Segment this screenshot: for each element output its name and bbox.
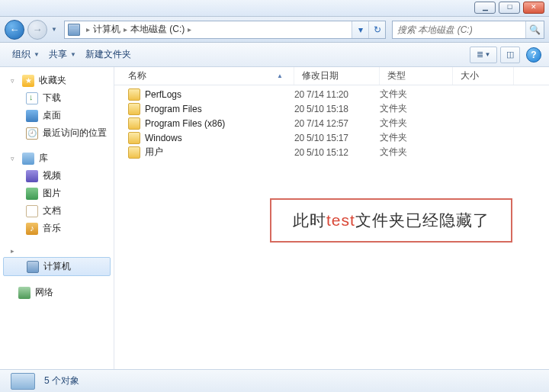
file-type: 文件夹 bbox=[380, 88, 453, 101]
breadcrumb-sep-icon: ▸ bbox=[86, 25, 90, 34]
share-menu[interactable]: 共享 ▼ bbox=[44, 45, 81, 64]
search-box[interactable]: 🔍 bbox=[392, 21, 544, 39]
column-label: 名称 bbox=[128, 69, 146, 82]
help-button[interactable]: ? bbox=[526, 47, 541, 63]
close-button[interactable] bbox=[523, 2, 544, 14]
search-input[interactable] bbox=[393, 24, 525, 35]
file-date: 20 5/10 15:17 bbox=[294, 133, 380, 143]
command-bar: 组织 ▼ 共享 ▼ 新建文件夹 ≣ ▼ ◫ ? bbox=[0, 43, 549, 67]
minimize-button[interactable] bbox=[474, 2, 496, 14]
collapse-icon: ▿ bbox=[11, 77, 18, 85]
file-row[interactable]: Windows20 5/10 15:17文件夹 bbox=[114, 130, 549, 145]
navigation-pane: ▿ 收藏夹 下载 桌面 最近访问的位置 ▿ 库 bbox=[0, 67, 114, 369]
breadcrumb-sep-icon: ▸ bbox=[188, 25, 191, 34]
column-header-date[interactable]: 修改日期 bbox=[294, 67, 380, 85]
status-bar: 5 个对象 bbox=[0, 369, 549, 392]
sidebar-favorites[interactable]: ▿ 收藏夹 bbox=[0, 72, 114, 89]
file-row[interactable]: PerfLogs20 7/14 11:20文件夹 bbox=[114, 87, 549, 101]
file-type: 文件夹 bbox=[380, 131, 453, 144]
file-type: 文件夹 bbox=[380, 146, 453, 159]
sidebar-item-pictures[interactable]: 图片 bbox=[0, 185, 114, 202]
history-dropdown-icon[interactable]: ▼ bbox=[50, 21, 58, 39]
chevron-down-icon: ▼ bbox=[70, 51, 76, 58]
collapse-icon: ▿ bbox=[11, 155, 18, 162]
sidebar-libraries[interactable]: ▿ 库 bbox=[0, 149, 114, 167]
title-bar bbox=[0, 0, 549, 17]
pictures-icon bbox=[26, 188, 38, 200]
status-text: 5 个对象 bbox=[44, 374, 79, 387]
column-headers: 名称 ▲ 修改日期 类型 大小 bbox=[114, 67, 549, 85]
file-name: Windows bbox=[145, 133, 182, 143]
column-header-name[interactable]: 名称 ▲ bbox=[114, 67, 294, 85]
file-date: 20 7/14 11:20 bbox=[294, 89, 380, 100]
column-label: 大小 bbox=[461, 69, 479, 82]
sidebar-item-downloads[interactable]: 下载 bbox=[0, 89, 114, 107]
sidebar-item-label: 收藏夹 bbox=[39, 74, 66, 87]
sidebar-item-label: 网络 bbox=[35, 286, 53, 299]
favorites-icon bbox=[22, 75, 34, 87]
sidebar-item-recent[interactable]: 最近访问的位置 bbox=[0, 124, 114, 142]
music-icon bbox=[26, 223, 38, 235]
sidebar-item-label: 视频 bbox=[43, 169, 61, 182]
sort-asc-icon: ▲ bbox=[277, 72, 283, 79]
annotation-pre: 此时 bbox=[293, 211, 326, 229]
breadcrumb-drive[interactable]: 本地磁盘 (C:) bbox=[130, 23, 185, 36]
annotation-text: 此时test文件夹已经隐藏了 bbox=[293, 210, 490, 231]
sidebar-item-documents[interactable]: 文档 bbox=[0, 202, 114, 220]
video-icon bbox=[26, 170, 38, 182]
folder-icon bbox=[128, 146, 140, 159]
network-icon bbox=[18, 287, 30, 299]
sidebar-computer-head[interactable]: ▸ bbox=[0, 245, 114, 257]
file-name: Program Files (x86) bbox=[145, 118, 225, 129]
address-bar[interactable]: ▸ 计算机 ▸ 本地磁盘 (C:) ▸ ▾ ↻ bbox=[64, 21, 386, 39]
maximize-button[interactable] bbox=[499, 2, 520, 14]
drive-icon bbox=[68, 24, 80, 36]
file-row[interactable]: Program Files20 5/10 15:18文件夹 bbox=[114, 101, 549, 116]
file-name: Program Files bbox=[145, 104, 202, 114]
status-drive-icon bbox=[11, 373, 35, 390]
expand-icon: ▸ bbox=[11, 247, 18, 255]
sidebar-item-network[interactable]: 网络 bbox=[0, 284, 114, 301]
organize-menu[interactable]: 组织 ▼ bbox=[8, 45, 44, 64]
column-label: 修改日期 bbox=[302, 69, 339, 82]
libraries-icon bbox=[22, 153, 34, 165]
preview-pane-button[interactable]: ◫ bbox=[500, 47, 520, 63]
column-label: 类型 bbox=[387, 69, 406, 82]
search-icon[interactable]: 🔍 bbox=[525, 21, 544, 38]
refresh-button[interactable]: ↻ bbox=[368, 21, 385, 38]
annotation-post: 文件夹已经隐藏了 bbox=[355, 211, 490, 229]
sidebar-item-label: 桌面 bbox=[43, 109, 61, 122]
organize-label: 组织 bbox=[12, 48, 30, 61]
file-list-pane: 名称 ▲ 修改日期 类型 大小 PerfLogs20 7/14 11:20文件夹… bbox=[114, 67, 549, 369]
sidebar-item-music[interactable]: 音乐 bbox=[0, 220, 114, 237]
new-folder-label: 新建文件夹 bbox=[85, 48, 131, 61]
breadcrumb-sep-icon: ▸ bbox=[124, 25, 127, 34]
sidebar-item-label: 库 bbox=[39, 152, 48, 165]
folder-icon bbox=[128, 103, 140, 115]
sidebar-item-computer[interactable]: 计算机 bbox=[3, 257, 111, 276]
sidebar-item-label: 音乐 bbox=[43, 222, 61, 235]
file-type: 文件夹 bbox=[380, 102, 453, 115]
breadcrumb-computer[interactable]: 计算机 bbox=[93, 23, 120, 36]
view-options-button[interactable]: ≣ ▼ bbox=[470, 47, 497, 63]
new-folder-button[interactable]: 新建文件夹 bbox=[81, 45, 136, 64]
forward-button[interactable]: → bbox=[27, 20, 47, 40]
sidebar-item-videos[interactable]: 视频 bbox=[0, 167, 114, 185]
explorer-body: ▿ 收藏夹 下载 桌面 最近访问的位置 ▿ 库 bbox=[0, 67, 549, 369]
file-date: 20 7/14 12:57 bbox=[294, 118, 380, 129]
address-dropdown-icon[interactable]: ▾ bbox=[352, 21, 368, 38]
download-icon bbox=[26, 92, 38, 104]
annotation-box: 此时test文件夹已经隐藏了 bbox=[270, 198, 512, 243]
sidebar-item-label: 图片 bbox=[43, 187, 61, 200]
folder-icon bbox=[128, 88, 140, 101]
column-header-size[interactable]: 大小 bbox=[453, 67, 514, 85]
back-button[interactable]: ← bbox=[5, 20, 24, 40]
sidebar-item-desktop[interactable]: 桌面 bbox=[0, 107, 114, 124]
file-row[interactable]: 用户20 5/10 15:12文件夹 bbox=[114, 145, 549, 159]
recent-icon bbox=[26, 127, 38, 140]
sidebar-item-label: 计算机 bbox=[43, 260, 71, 273]
folder-icon bbox=[128, 132, 140, 144]
column-header-type[interactable]: 类型 bbox=[380, 67, 453, 85]
file-date: 20 5/10 15:18 bbox=[294, 104, 380, 114]
file-row[interactable]: Program Files (x86)20 7/14 12:57文件夹 bbox=[114, 116, 549, 130]
